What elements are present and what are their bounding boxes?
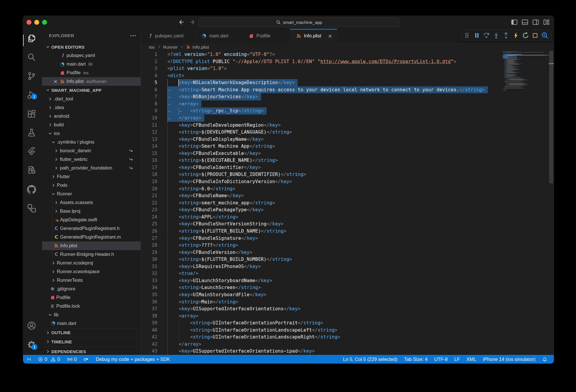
status-cursor-position[interactable]: Ln 5, Col 5 (229 selected) [340,357,401,362]
code-line-33[interactable]: <key>UILaunchStoryboardName</key> [167,277,272,284]
step-over-button[interactable] [483,32,490,39]
sidebar-more-actions[interactable] [130,32,137,39]
tree-item-Runner[interactable]: Runner [42,190,141,198]
code-line-43[interactable]: <key>UISupportedInterfaceOrientations~ip… [167,348,315,355]
line-number[interactable]: 33 [141,277,157,284]
activity-bar-remote-explorer[interactable] [23,199,40,218]
layout-panel-button[interactable] [522,19,528,26]
line-number[interactable]: 12 [141,129,157,136]
code-line-18[interactable]: <string>$(PRODUCT_BUNDLE_IDENTIFIER)</st… [167,171,306,178]
code-line-25[interactable]: <key>CFBundleShortVersionString</key> [167,220,284,228]
line-number[interactable]: 26 [141,228,157,235]
line-number[interactable]: 6 [141,86,157,94]
status-problems[interactable]: 00 [38,357,60,362]
line-number[interactable]: 42 [141,341,157,348]
line-number[interactable]: 35 [141,291,157,298]
section-timeline[interactable]: TIMELINE [42,337,141,346]
tree-item-Info.plist[interactable]: Info.plist [42,241,141,250]
tree-item-ios[interactable]: ios [42,129,141,138]
pause-button[interactable] [473,32,480,39]
tree-item-Pods[interactable]: Pods [42,181,141,190]
code-line-1[interactable]: <?xml version="1.0" encoding="UTF-8"?> [167,51,275,58]
line-number[interactable]: 16 [141,157,157,164]
code-line-32[interactable]: <true/> [167,270,199,277]
code-line-10[interactable]: </array> [167,115,201,122]
status-encoding[interactable]: UTF-8 [431,357,451,362]
line-number[interactable]: 36 [141,298,157,306]
tab-main.dart[interactable]: main.dart [195,29,243,43]
code-line-34[interactable]: <string>LaunchScreen</string> [167,284,261,291]
status-remote-indicator[interactable] [27,357,31,362]
activity-bar-source-control[interactable] [23,66,40,85]
activity-bar-accounts[interactable] [23,316,40,335]
tree-item-GeneratedPluginRegistrant.m[interactable]: CGeneratedPluginRegistrant.m [42,233,141,241]
tree-item-GeneratedPluginRegistrant.h[interactable]: CGeneratedPluginRegistrant.h [42,224,141,233]
nav-forward-button[interactable] [189,19,196,26]
code-line-4[interactable]: <dict> [167,72,184,79]
layout-sidebar-right-button[interactable] [532,19,539,26]
line-number[interactable]: 5 [141,79,157,86]
code-line-27[interactable]: <key>CFBundleSignature</key> [167,235,258,242]
open-editor-main.dart[interactable]: main.dartlib [42,60,141,68]
editor-scrollbar[interactable] [549,51,554,355]
close-icon[interactable] [328,34,333,39]
stop-button[interactable] [532,32,539,39]
line-number[interactable]: 3 [141,65,157,72]
line-number[interactable]: 34 [141,284,157,291]
tree-item-.gitignore[interactable]: .gitignore [42,285,141,293]
code-line-6[interactable]: <string>Smart Machine App requires acces… [167,86,485,94]
tree-item-bonsoir_darwin[interactable]: bonsoir_darwin [42,146,141,155]
tree-item-lib[interactable]: lib [42,311,141,319]
code-line-14[interactable]: <string>Smart Machine App</string> [167,143,275,150]
tree-item-RunnerTests[interactable]: RunnerTests [42,276,141,285]
code-line-3[interactable]: <plist version="1.0"> [167,65,227,72]
code-line-26[interactable]: <string>$(FLUTTER_BUILD_NAME)</string> [167,228,286,235]
activity-bar-testing[interactable] [23,123,40,142]
line-number[interactable]: 30 [141,256,157,263]
tree-item-Base.lproj[interactable]: Base.lproj [42,207,141,216]
step-out-button[interactable] [503,32,509,39]
tree-item-Assets.xcassets[interactable]: Assets.xcassets [42,198,141,207]
code-line-8[interactable]: <array> [167,100,199,108]
code-line-39[interactable]: <string>UIInterfaceOrientationPortrait</… [167,319,323,327]
open-devtools-button[interactable] [541,32,548,39]
activity-bar-extensions[interactable] [23,104,40,123]
traffic-light-minimize[interactable] [34,20,39,25]
code-line-40[interactable]: <string>UIInterfaceOrientationLandscapeL… [167,327,337,334]
line-number[interactable]: 10 [141,115,157,122]
line-number[interactable]: 39 [141,319,157,327]
line-number[interactable]: 38 [141,313,157,320]
code-line-23[interactable]: <key>CFBundlePackageType</key> [167,206,264,214]
tree-item-main.dart[interactable]: main.dart [42,319,141,328]
tree-item-Flutter[interactable]: Flutter [42,172,141,181]
command-center-search[interactable]: smart_machine_app [198,18,400,27]
code-line-16[interactable]: <string>$(EXECUTABLE_NAME)</string> [167,157,278,164]
tree-item-.symlinks / plugins[interactable]: .symlinks / plugins [42,138,141,146]
code-line-12[interactable]: <string>$(DEVELOPMENT_LANGUAGE)</string> [167,129,292,136]
tree-item-Runner.xcworkspace[interactable]: Runner.xcworkspace [42,267,141,276]
section-project[interactable]: SMART_MACHINE_APP [42,86,141,94]
activity-bar-project-manager[interactable] [23,160,40,179]
status-forwarded-ports[interactable]: 0 [67,357,77,362]
code-line-20[interactable]: <string>6.0</string> [167,185,235,193]
section-open-editors[interactable]: OPEN EDITORS [42,43,141,51]
tree-item-Runner.xcodeproj[interactable]: Runner.xcodeproj [42,259,141,267]
line-number[interactable]: 1 [141,51,157,58]
tab-pubspec.yaml[interactable]: !pubspec.yaml [141,29,195,43]
line-number[interactable]: 4 [141,72,157,79]
breadcrumb-item-Runner[interactable]: Runner [163,45,178,50]
code-line-30[interactable]: <string>$(FLUTTER_BUILD_NUMBER)</string> [167,256,292,263]
line-number[interactable]: 17 [141,164,157,171]
line-number[interactable]: 13 [141,136,157,143]
line-number[interactable]: 29 [141,249,157,256]
scrollbar-slider[interactable] [549,51,553,183]
tree-item-AppDelegate.swift[interactable]: AppDelegate.swift [42,216,141,224]
line-number[interactable]: 18 [141,171,157,178]
traffic-light-close[interactable] [27,20,31,25]
code-line-7[interactable]: <key>NSBonjourServices</key> [167,93,258,100]
line-number[interactable]: 28 [141,242,157,249]
tree-item-flutter_webrtc[interactable]: flutter_webrtc [42,155,141,164]
activity-bar-run-and-debug[interactable]: 1 [23,85,40,104]
line-number[interactable]: 19 [141,178,157,185]
tree-item-.idea[interactable]: .idea [42,103,141,112]
